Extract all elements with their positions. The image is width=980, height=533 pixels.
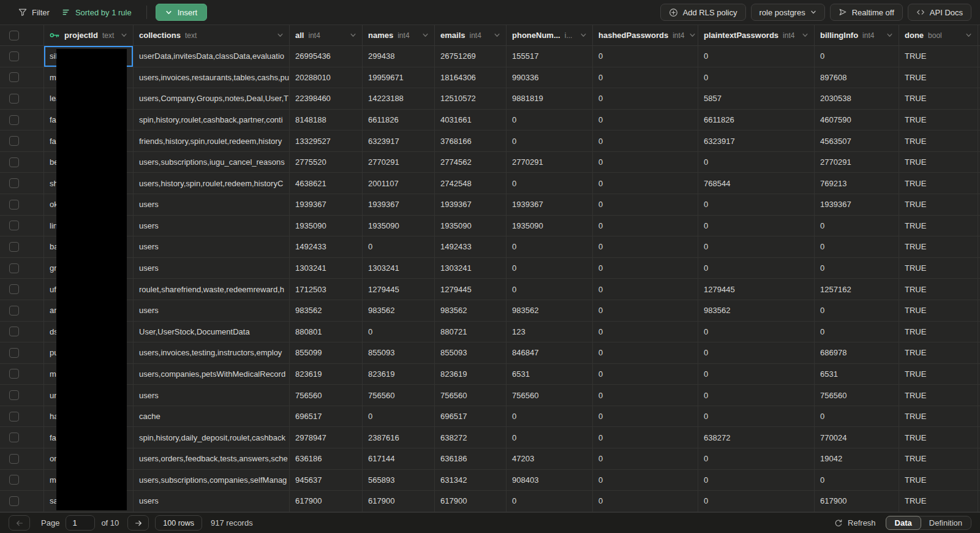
cell-collections[interactable]: users,invoices,restaurants,tables,cashs,… [134, 67, 290, 88]
cell-all[interactable]: 1492433 [290, 236, 363, 257]
column-header-projectId[interactable]: projectIdtext [44, 25, 134, 45]
chevron-down-icon[interactable] [277, 32, 284, 39]
cell-plaintext[interactable]: 0 [698, 46, 815, 67]
cell-hashed[interactable]: 0 [593, 46, 698, 67]
cell-phone[interactable]: 9881819 [507, 88, 593, 109]
cell-billing[interactable]: 0 [815, 300, 899, 321]
cell-names[interactable]: 299438 [363, 46, 435, 67]
chevron-down-icon[interactable] [965, 32, 972, 39]
row-checkbox[interactable] [9, 242, 19, 252]
cell-billing[interactable]: 1939367 [815, 194, 899, 215]
cell-done[interactable]: TRUE [899, 364, 978, 385]
cell-hashed[interactable]: 0 [593, 322, 698, 342]
cell-done[interactable]: TRUE [899, 491, 978, 512]
filter-button[interactable]: Filter [12, 8, 56, 17]
cell-plaintext[interactable]: 0 [698, 406, 815, 427]
cell-plaintext[interactable]: 983562 [698, 300, 815, 321]
column-header-billing[interactable]: billingInfoint4 [815, 25, 899, 45]
cell-plaintext[interactable]: 0 [698, 364, 815, 385]
column-menu-chevron[interactable] [689, 32, 696, 39]
cell-emails[interactable]: 983562 [435, 300, 507, 321]
cell-hashed[interactable]: 0 [593, 173, 698, 194]
cell-names[interactable]: 19959671 [363, 67, 435, 88]
cell-emails[interactable]: 3768166 [435, 130, 507, 151]
cell-billing[interactable]: 19042 [815, 448, 899, 469]
cell-plaintext[interactable]: 0 [698, 491, 815, 512]
chevron-down-icon[interactable] [121, 32, 127, 39]
cell-collections[interactable]: users,subscriptions,iugu_cancel_reasons [134, 152, 290, 173]
cell-emails[interactable]: 696517 [435, 406, 507, 427]
cell-done[interactable]: TRUE [899, 427, 978, 448]
cell-collections[interactable]: users [134, 216, 290, 236]
column-menu-chevron[interactable] [494, 32, 500, 39]
row-checkbox[interactable] [9, 327, 19, 336]
cell-billing[interactable]: 2030538 [815, 88, 899, 109]
cell-done[interactable]: TRUE [899, 216, 978, 236]
cell-all[interactable]: 20288010 [290, 67, 363, 88]
cell-billing[interactable]: 0 [815, 216, 899, 236]
cell-emails[interactable]: 2774562 [435, 152, 507, 173]
cell-all[interactable]: 1712503 [290, 279, 363, 300]
row-checkbox[interactable] [9, 475, 19, 485]
cell-phone[interactable]: 756560 [507, 385, 593, 406]
cell-done[interactable]: TRUE [899, 279, 978, 300]
cell-all[interactable]: 617900 [290, 491, 363, 512]
cell-done[interactable]: TRUE [899, 406, 978, 427]
row-checkbox[interactable] [9, 221, 19, 230]
cell-all[interactable]: 1935090 [290, 216, 363, 236]
cell-emails[interactable]: 1939367 [435, 194, 507, 215]
row-checkbox[interactable] [9, 263, 19, 273]
row-checkbox[interactable] [9, 178, 19, 188]
cell-done[interactable]: TRUE [899, 110, 978, 130]
cell-plaintext[interactable]: 0 [698, 152, 815, 173]
cell-emails[interactable]: 636186 [435, 448, 507, 469]
cell-collections[interactable]: User,UserStock,DocumentData [134, 322, 290, 342]
cell-phone[interactable]: 2770291 [507, 152, 593, 173]
row-checkbox[interactable] [9, 412, 19, 421]
cell-emails[interactable]: 638272 [435, 427, 507, 448]
cell-done[interactable]: TRUE [899, 67, 978, 88]
cell-hashed[interactable]: 0 [593, 279, 698, 300]
cell-emails[interactable]: 1279445 [435, 279, 507, 300]
cell-phone[interactable]: 0 [507, 173, 593, 194]
column-header-plaintext[interactable]: plaintextPasswordsint4 [698, 25, 815, 45]
cell-hashed[interactable]: 0 [593, 216, 698, 236]
cell-hashed[interactable]: 0 [593, 236, 698, 257]
tab-data[interactable]: Data [886, 516, 921, 530]
cell-billing[interactable]: 0 [815, 236, 899, 257]
cell-billing[interactable]: 0 [815, 406, 899, 427]
cell-emails[interactable]: 4031661 [435, 110, 507, 130]
cell-billing[interactable]: 6531 [815, 364, 899, 385]
cell-plaintext[interactable]: 0 [698, 67, 815, 88]
cell-collections[interactable]: users [134, 491, 290, 512]
cell-emails[interactable]: 26751269 [435, 46, 507, 67]
cell-phone[interactable]: 47203 [507, 448, 593, 469]
add-rls-policy-button[interactable]: Add RLS policy [660, 4, 746, 21]
row-checkbox[interactable] [9, 433, 19, 442]
column-menu-chevron[interactable] [580, 32, 587, 39]
cell-names[interactable]: 2770291 [363, 152, 435, 173]
row-checkbox[interactable] [9, 136, 19, 146]
cell-billing[interactable]: 4607590 [815, 110, 899, 130]
cell-hashed[interactable]: 0 [593, 448, 698, 469]
page-number-input[interactable] [66, 515, 95, 531]
cell-plaintext[interactable]: 1279445 [698, 279, 815, 300]
cell-names[interactable]: 0 [363, 236, 435, 257]
cell-plaintext[interactable]: 0 [698, 258, 815, 279]
cell-plaintext[interactable]: 0 [698, 448, 815, 469]
cell-billing[interactable]: 1257162 [815, 279, 899, 300]
cell-emails[interactable]: 1935090 [435, 216, 507, 236]
cell-hashed[interactable]: 0 [593, 385, 698, 406]
cell-plaintext[interactable]: 638272 [698, 427, 815, 448]
cell-collections[interactable]: cache [134, 406, 290, 427]
row-checkbox[interactable] [9, 306, 19, 316]
sort-button[interactable]: Sorted by 1 rule [56, 8, 138, 17]
cell-hashed[interactable]: 0 [593, 152, 698, 173]
next-page-button[interactable] [127, 515, 149, 531]
chevron-down-icon[interactable] [689, 32, 696, 39]
cell-emails[interactable]: 823619 [435, 364, 507, 385]
cell-plaintext[interactable]: 0 [698, 385, 815, 406]
api-docs-button[interactable]: API Docs [908, 4, 971, 21]
column-header-collections[interactable]: collectionstext [134, 25, 290, 45]
cell-done[interactable]: TRUE [899, 470, 978, 491]
